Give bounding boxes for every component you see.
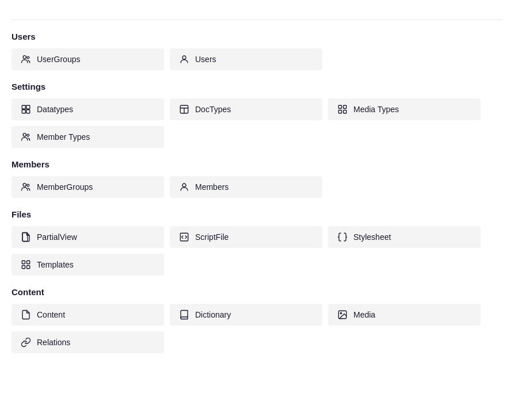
section-title-users: Users	[12, 32, 502, 41]
export-page: Users UserGroups UsersSettings Datatypes…	[0, 0, 514, 376]
svg-rect-10	[338, 105, 341, 108]
svg-point-1	[27, 56, 29, 59]
items-grid-content: Content Dictionary Media Relations	[12, 304, 502, 353]
svg-point-14	[23, 133, 26, 136]
item-card-doctypes[interactable]: DocTypes	[170, 98, 322, 120]
image-icon	[337, 310, 348, 320]
users-icon	[21, 132, 31, 142]
item-label-users: Users	[195, 55, 216, 64]
grid4-icon	[21, 259, 31, 270]
book-icon	[179, 310, 189, 320]
svg-point-18	[182, 184, 186, 187]
item-label-usergroups: UserGroups	[37, 55, 80, 64]
item-label-doctypes: DocTypes	[195, 105, 231, 114]
link-icon	[21, 337, 31, 348]
sections-container: Users UserGroups UsersSettings Datatypes…	[12, 32, 502, 353]
section-content: Content Content Dictionary Media Relatio…	[12, 287, 502, 353]
svg-point-16	[23, 184, 26, 186]
user-icon	[179, 54, 189, 64]
item-card-membergroups[interactable]: MemberGroups	[12, 176, 164, 198]
item-card-datatypes[interactable]: Datatypes	[12, 98, 164, 120]
item-card-membertypes[interactable]: Member Types	[12, 126, 164, 148]
item-label-content: Content	[37, 310, 65, 319]
svg-point-2	[182, 56, 186, 59]
section-users: Users UserGroups Users	[12, 32, 502, 70]
item-card-usergroups[interactable]: UserGroups	[12, 48, 164, 70]
item-label-membertypes: Member Types	[37, 132, 90, 142]
page-title	[12, 12, 502, 20]
svg-rect-11	[344, 105, 347, 108]
item-card-relations[interactable]: Relations	[12, 331, 164, 353]
svg-point-0	[23, 56, 26, 59]
items-grid-settings: Datatypes DocTypes Media Types Member Ty…	[12, 98, 502, 148]
item-label-scriptfile: ScriptFile	[195, 232, 229, 242]
item-card-users[interactable]: Users	[170, 48, 322, 70]
braces-icon	[337, 232, 348, 242]
script-icon	[179, 232, 189, 242]
section-members: Members MemberGroups Members	[12, 159, 502, 198]
item-card-scriptfile[interactable]: ScriptFile	[170, 226, 322, 248]
file-icon	[21, 232, 31, 242]
item-card-partialview[interactable]: PartialView	[12, 226, 164, 248]
doc-icon	[21, 310, 31, 320]
table-icon	[179, 104, 189, 114]
users-icon	[21, 182, 31, 192]
users-icon	[21, 54, 31, 64]
section-files: Files PartialView ScriptFile Stylesheet …	[12, 209, 502, 276]
item-card-mediatypes[interactable]: Media Types	[328, 98, 481, 120]
user-icon	[179, 182, 189, 192]
svg-point-26	[340, 312, 341, 314]
svg-rect-24	[27, 266, 30, 269]
item-label-partialview: PartialView	[37, 232, 77, 242]
item-card-media[interactable]: Media	[328, 304, 481, 326]
item-label-relations: Relations	[37, 338, 70, 347]
item-card-stylesheet[interactable]: Stylesheet	[328, 226, 481, 248]
section-title-settings: Settings	[12, 82, 502, 91]
svg-rect-22	[27, 261, 30, 264]
section-settings: Settings Datatypes DocTypes Media Types …	[12, 82, 502, 148]
svg-rect-5	[22, 110, 25, 113]
item-card-templates[interactable]: Templates	[12, 254, 164, 276]
item-label-datatypes: Datatypes	[37, 105, 73, 114]
svg-rect-23	[22, 266, 25, 269]
items-grid-users: UserGroups Users	[12, 48, 502, 70]
svg-point-17	[27, 184, 29, 186]
item-card-dictionary[interactable]: Dictionary	[170, 304, 322, 326]
item-label-members: Members	[195, 182, 229, 192]
section-title-content: Content	[12, 287, 502, 297]
item-card-content[interactable]: Content	[12, 304, 164, 326]
item-label-media: Media	[353, 310, 375, 319]
grid4-icon	[337, 104, 348, 114]
grid2-icon	[21, 104, 31, 114]
svg-rect-21	[22, 261, 25, 264]
item-label-mediatypes: Media Types	[353, 105, 399, 114]
svg-rect-13	[344, 110, 347, 113]
items-grid-files: PartialView ScriptFile Stylesheet Templa…	[12, 226, 502, 276]
item-card-members[interactable]: Members	[170, 176, 322, 198]
svg-rect-12	[338, 110, 341, 113]
item-label-membergroups: MemberGroups	[37, 182, 93, 192]
svg-rect-4	[26, 105, 30, 109]
item-label-dictionary: Dictionary	[195, 310, 231, 319]
item-label-templates: Templates	[37, 260, 74, 269]
item-label-stylesheet: Stylesheet	[353, 232, 391, 242]
svg-rect-6	[26, 110, 30, 113]
items-grid-members: MemberGroups Members	[12, 176, 502, 198]
svg-rect-3	[22, 105, 25, 109]
section-title-files: Files	[12, 209, 502, 219]
section-title-members: Members	[12, 159, 502, 169]
svg-point-15	[27, 134, 29, 136]
